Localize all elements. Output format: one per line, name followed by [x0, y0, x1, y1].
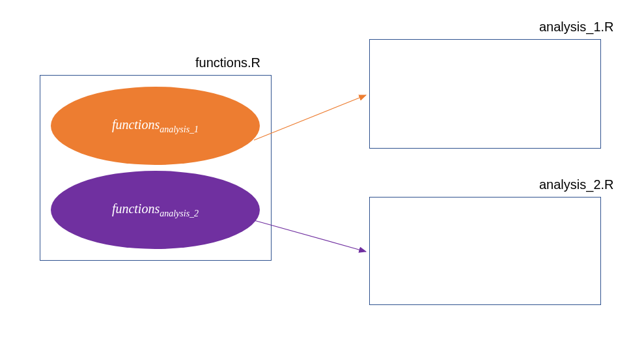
functions-analysis-1-sub: analysis_1	[160, 125, 199, 134]
functions-analysis-2-text: functionsanalysis_2	[112, 201, 199, 219]
functions-analysis-1-ellipse: functionsanalysis_1	[51, 87, 260, 165]
functions-analysis-1-text: functionsanalysis_1	[112, 117, 199, 135]
functions-analysis-1-base: functions	[112, 117, 160, 132]
functions-analysis-2-sub: analysis_2	[160, 209, 199, 218]
analysis-2-box	[369, 197, 601, 305]
analysis-2-box-label: analysis_2.R	[539, 177, 614, 192]
analysis-1-box	[369, 39, 601, 149]
functions-box-label: functions.R	[195, 55, 260, 70]
functions-analysis-2-base: functions	[112, 201, 160, 216]
functions-analysis-2-ellipse: functionsanalysis_2	[51, 171, 260, 249]
analysis-1-box-label: analysis_1.R	[539, 20, 614, 35]
